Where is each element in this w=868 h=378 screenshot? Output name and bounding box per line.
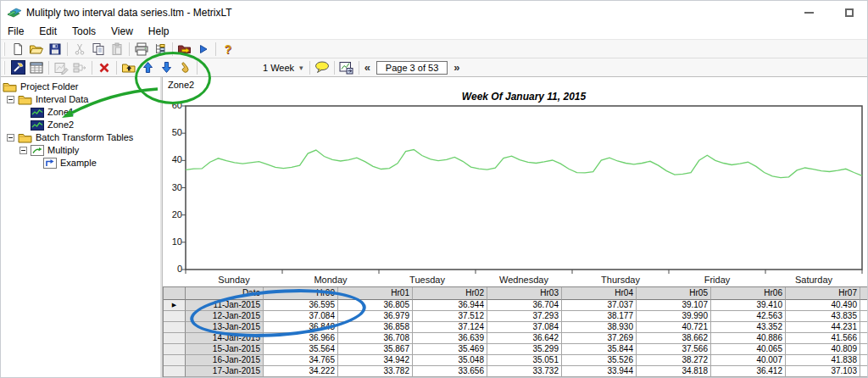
- move-up-button[interactable]: [139, 59, 156, 76]
- value-cell-hr06[interactable]: 40.065: [711, 344, 786, 355]
- menu-help[interactable]: Help: [141, 25, 177, 39]
- value-cell-hr02[interactable]: 36.639: [413, 333, 487, 344]
- value-cell-hr02[interactable]: 37.512: [413, 311, 487, 322]
- tree-item-project-folder[interactable]: Project Folder: [1, 81, 160, 93]
- value-cell-hr06[interactable]: 40.886: [711, 333, 786, 344]
- maximize-button[interactable]: [841, 4, 858, 21]
- send-to-button[interactable]: [176, 41, 193, 58]
- tree-collapse-icon[interactable]: [7, 96, 14, 103]
- build-button[interactable]: [9, 59, 26, 76]
- column-header-hr02[interactable]: Hr02: [413, 287, 487, 300]
- value-cell-hr00[interactable]: 35.564: [264, 344, 338, 355]
- save-button[interactable]: [47, 41, 64, 58]
- value-cell-hr00[interactable]: 37.084: [264, 311, 338, 322]
- menu-edit[interactable]: Edit: [31, 25, 64, 39]
- value-cell-hr02[interactable]: 36.944: [413, 300, 487, 311]
- value-cell-hr00[interactable]: 36.966: [264, 333, 338, 344]
- column-header-hr00[interactable]: Hr00: [264, 287, 338, 300]
- menu-file[interactable]: File: [1, 25, 31, 39]
- value-cell-hr06[interactable]: 42.563: [711, 311, 786, 322]
- value-cell-hr04[interactable]: 37.037: [562, 300, 637, 311]
- column-header-hr06[interactable]: Hr06: [711, 287, 786, 300]
- column-header-hr07[interactable]: Hr07: [786, 287, 860, 300]
- row-selector[interactable]: [164, 322, 186, 333]
- value-cell-hr04[interactable]: 35.844: [562, 344, 637, 355]
- row-selector[interactable]: [164, 344, 186, 355]
- value-cell-hr01[interactable]: 36.708: [338, 333, 413, 344]
- value-cell-hr03[interactable]: 36.642: [487, 333, 562, 344]
- menu-tools[interactable]: Tools: [64, 25, 103, 39]
- value-cell-hr07[interactable]: 41.838: [786, 355, 860, 366]
- row-selector-header[interactable]: [164, 287, 186, 300]
- tree-item-zone2[interactable]: Zone2: [1, 119, 160, 131]
- toolbar-grip[interactable]: [3, 42, 5, 56]
- value-cell-hr05[interactable]: 39.107: [637, 300, 711, 311]
- run-button[interactable]: [195, 41, 212, 58]
- date-cell[interactable]: 12-Jan-2015: [186, 311, 264, 322]
- date-cell[interactable]: 15-Jan-2015: [186, 344, 264, 355]
- column-header-hr05[interactable]: Hr05: [637, 287, 711, 300]
- value-cell-hr07[interactable]: 41.566: [786, 333, 860, 344]
- column-header-hr04[interactable]: Hr04: [562, 287, 637, 300]
- value-cell-hr07[interactable]: 44.231: [786, 322, 860, 333]
- minimize-button[interactable]: [800, 4, 817, 21]
- value-cell-hr05[interactable]: 38.662: [637, 333, 711, 344]
- value-cell-hr03[interactable]: 37.084: [487, 322, 562, 333]
- value-cell-hr05[interactable]: 37.566: [637, 344, 711, 355]
- column-header-date[interactable]: Date: [186, 287, 264, 300]
- value-cell-hr03[interactable]: 35.299: [487, 344, 562, 355]
- value-cell-hr04[interactable]: 35.526: [562, 355, 637, 366]
- date-cell[interactable]: 13-Jan-2015: [186, 322, 264, 333]
- value-cell-hr02[interactable]: 37.124: [413, 322, 487, 333]
- row-selector[interactable]: ▶: [164, 300, 186, 311]
- folder-up-button[interactable]: [120, 59, 137, 76]
- value-cell-hr07[interactable]: 40.490: [786, 300, 860, 311]
- open-button[interactable]: [28, 41, 45, 58]
- toolbar-grip[interactable]: [3, 61, 5, 75]
- range-dropdown[interactable]: 1 Week ▾: [259, 62, 307, 74]
- value-cell-hr03[interactable]: 35.051: [487, 355, 562, 366]
- tree-item-example[interactable]: Example: [1, 157, 160, 170]
- previous-page-button[interactable]: «: [362, 61, 373, 74]
- value-cell-hr05[interactable]: 39.990: [637, 311, 711, 322]
- value-cell-hr06[interactable]: 40.007: [711, 355, 786, 366]
- value-cell-hr00[interactable]: 34.765: [264, 355, 338, 366]
- row-selector[interactable]: [164, 311, 186, 322]
- value-cell-hr03[interactable]: 36.704: [487, 300, 562, 311]
- column-header-hr03[interactable]: Hr03: [487, 287, 562, 300]
- date-cell[interactable]: 16-Jan-2015: [186, 355, 264, 366]
- tree-item-interval-data[interactable]: Interval Data: [1, 93, 160, 106]
- drill-button[interactable]: [176, 59, 193, 76]
- row-selector[interactable]: [164, 333, 186, 344]
- row-selector[interactable]: [164, 366, 186, 377]
- value-cell-hr01[interactable]: 36.858: [338, 322, 413, 333]
- row-selector[interactable]: [164, 355, 186, 366]
- value-cell-hr07[interactable]: 43.835: [786, 311, 860, 322]
- copy-button[interactable]: [90, 41, 107, 58]
- value-cell-hr02[interactable]: 35.048: [413, 355, 487, 366]
- tree-collapse-icon[interactable]: [19, 147, 27, 154]
- column-header-hr01[interactable]: Hr01: [338, 287, 413, 300]
- date-cell[interactable]: 14-Jan-2015: [186, 333, 264, 344]
- help-button[interactable]: ?: [220, 41, 236, 58]
- value-cell-hr01[interactable]: 33.782: [338, 366, 413, 377]
- value-cell-hr04[interactable]: 33.944: [562, 366, 637, 377]
- value-cell-hr02[interactable]: 35.469: [413, 344, 487, 355]
- value-cell-hr06[interactable]: 43.352: [711, 322, 786, 333]
- tree-collapse-icon[interactable]: [7, 134, 14, 142]
- value-cell-hr05[interactable]: 34.818: [637, 366, 711, 377]
- value-cell-hr04[interactable]: 38.177: [562, 311, 637, 322]
- value-cell-hr00[interactable]: 36.848: [264, 322, 338, 333]
- tree-item-batch-transform-tables[interactable]: Batch Transform Tables: [1, 131, 160, 144]
- tree-view-button[interactable]: [152, 41, 169, 58]
- menu-view[interactable]: View: [103, 25, 141, 39]
- value-cell-hr04[interactable]: 37.269: [562, 333, 637, 344]
- value-cell-hr05[interactable]: 38.272: [637, 355, 711, 366]
- data-table-button[interactable]: [28, 59, 45, 76]
- page-indicator[interactable]: Page 3 of 53: [376, 61, 448, 75]
- value-cell-hr06[interactable]: 36.412: [711, 366, 786, 377]
- move-down-button[interactable]: [158, 59, 175, 76]
- value-cell-hr00[interactable]: 34.222: [264, 366, 338, 377]
- value-cell-hr04[interactable]: 38.930: [562, 322, 637, 333]
- date-cell[interactable]: 17-Jan-2015: [186, 366, 264, 377]
